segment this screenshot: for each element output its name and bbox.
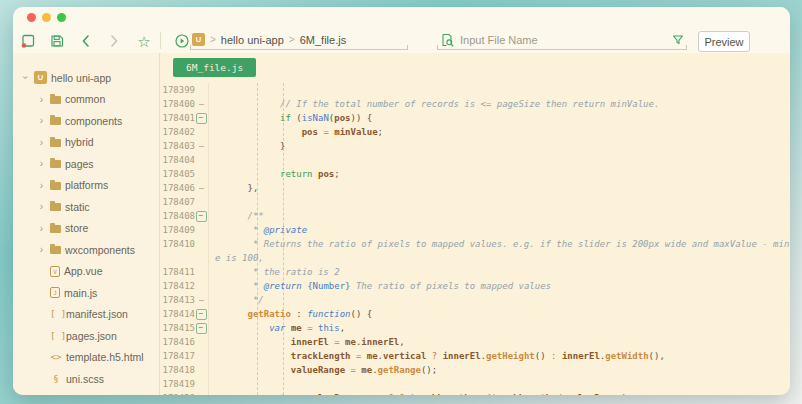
fold-end-tick: [199, 300, 204, 301]
gutter-mark: [195, 167, 207, 181]
breadcrumb-separator: >: [210, 34, 216, 45]
sidebar-item-components[interactable]: ›components: [13, 110, 159, 132]
sidebar-item-label: store: [65, 222, 88, 234]
code-line[interactable]: 178420 return valueRange === 0 ? trackLe…: [161, 391, 790, 395]
sidebar-item-wxcomponents[interactable]: ›wxcomponents: [13, 239, 159, 261]
fold-minus-icon[interactable]: −: [196, 309, 207, 320]
editor-area: 6M_file.js 178399178400 // If the total …: [161, 53, 790, 395]
back-button[interactable]: [76, 31, 96, 51]
line-number: 178410: [161, 237, 195, 251]
sidebar-item-uni-scss[interactable]: §uni.scss: [13, 368, 159, 390]
code-line[interactable]: 178407: [161, 195, 790, 209]
code-line[interactable]: e is 100,: [161, 251, 790, 265]
sidebar-item-app-vue[interactable]: VApp.vue: [13, 261, 159, 283]
code-line[interactable]: 178406 },: [161, 181, 790, 195]
fold-minus-icon[interactable]: −: [196, 323, 207, 334]
chevron-right-icon[interactable]: ›: [37, 223, 46, 234]
folder-icon: [50, 225, 61, 233]
preview-button[interactable]: Preview: [698, 31, 750, 52]
sidebar-item-hello-uni-app[interactable]: ›Uhello uni-app: [13, 67, 159, 89]
chevron-right-icon[interactable]: ›: [37, 201, 46, 212]
line-number: 178401: [161, 111, 195, 125]
code-line[interactable]: 178399: [161, 83, 790, 97]
breadcrumb[interactable]: U > hello uni-app > 6M_file.js: [190, 30, 408, 50]
filter-funnel-icon[interactable]: [672, 34, 684, 46]
chevron-right-icon[interactable]: ›: [37, 158, 46, 169]
code-line[interactable]: 178401− if (isNaN(pos)) {: [161, 111, 790, 125]
code-line[interactable]: 178402 pos = minValue;: [161, 125, 790, 139]
sidebar-item-pages-json[interactable]: [ ]pages.json: [13, 325, 159, 347]
gutter-mark: [195, 391, 207, 395]
fold-end-tick: [199, 104, 204, 105]
title-bar: [13, 7, 790, 29]
sidebar-item-main-js[interactable]: Jmain.js: [13, 282, 159, 304]
code-line[interactable]: 178411 * the ratio is 2: [161, 265, 790, 279]
project-sidebar: ›Uhello uni-app›common›components›hybrid…: [13, 53, 160, 395]
breadcrumb-file[interactable]: 6M_file.js: [300, 34, 346, 46]
save-button[interactable]: [47, 31, 67, 51]
run-icon: [174, 33, 190, 49]
line-number: 178416: [161, 335, 195, 349]
gutter-mark: [195, 181, 207, 195]
code-text: if (isNaN(pos)) {: [208, 111, 372, 125]
code-line[interactable]: 178419: [161, 377, 790, 391]
tab-6m-file-js[interactable]: 6M_file.js: [173, 58, 256, 77]
sidebar-item-common[interactable]: ›common: [13, 89, 159, 111]
fold-end-tick: [199, 146, 204, 147]
code-line[interactable]: 178408− /**: [161, 209, 790, 223]
code-line[interactable]: 178413 */: [161, 293, 790, 307]
gutter-mark: −: [195, 307, 207, 321]
code-line[interactable]: 178400 // If the total number of records…: [161, 97, 790, 111]
code-line[interactable]: 178405 return pos;: [161, 167, 790, 181]
run-button[interactable]: [172, 31, 192, 51]
indent-guide: [257, 83, 258, 395]
gutter: 178402: [161, 125, 208, 139]
window-controls: [27, 13, 66, 22]
chevron-down-icon[interactable]: ›: [20, 73, 31, 82]
indent-guide: [283, 83, 284, 395]
code-line[interactable]: 178410 * Returns the ratio of pixels to …: [161, 237, 790, 251]
sidebar-item-manifest-json[interactable]: [ ]manifest.json: [13, 304, 159, 326]
chevron-right-icon[interactable]: ›: [37, 180, 46, 191]
code-line[interactable]: 178416 innerEl = me.innerEl,: [161, 335, 790, 349]
chevron-right-icon[interactable]: ›: [37, 137, 46, 148]
zoom-button[interactable]: [57, 13, 66, 22]
sidebar-item-template-h5-html[interactable]: <>template.h5.html: [13, 347, 159, 369]
gutter: 178409: [161, 223, 208, 237]
file-search-input[interactable]: Input File Name: [437, 30, 687, 50]
code-line[interactable]: 178404: [161, 153, 790, 167]
gutter-mark: [195, 83, 207, 97]
chevron-right-icon[interactable]: ›: [37, 244, 46, 255]
vue-file-icon: V: [50, 266, 60, 277]
code-line[interactable]: 178403 }: [161, 139, 790, 153]
sidebar-item-static[interactable]: ›static: [13, 196, 159, 218]
sidebar-item-pages[interactable]: ›pages: [13, 153, 159, 175]
uniapp-logo-icon: U: [192, 33, 205, 46]
fold-minus-icon[interactable]: −: [196, 211, 207, 222]
chevron-right-icon[interactable]: ›: [37, 115, 46, 126]
code-line[interactable]: 178418 valueRange = me.getRange();: [161, 363, 790, 377]
code-text: * @return {Number} The ratio of pixels t…: [208, 279, 551, 293]
code-area[interactable]: 178399178400 // If the total number of r…: [161, 83, 790, 395]
forward-button[interactable]: [104, 31, 124, 51]
favorite-button[interactable]: ☆: [134, 31, 154, 51]
minimize-button[interactable]: [42, 13, 51, 22]
code-line[interactable]: 178409 * @private: [161, 223, 790, 237]
gutter: 178415−: [161, 321, 208, 335]
breadcrumb-project[interactable]: hello uni-app: [221, 34, 284, 46]
sidebar-item-platforms[interactable]: ›platforms: [13, 175, 159, 197]
code-line[interactable]: 178412 * @return {Number} The ratio of p…: [161, 279, 790, 293]
gutter-mark: [195, 279, 207, 293]
sidebar-item-hybrid[interactable]: ›hybrid: [13, 132, 159, 154]
new-project-button[interactable]: [18, 31, 38, 51]
close-button[interactable]: [27, 13, 36, 22]
code-line[interactable]: 178415− var me = this,: [161, 321, 790, 335]
gutter: 178420: [161, 391, 208, 395]
gutter: 178406: [161, 181, 208, 195]
sidebar-item-store[interactable]: ›store: [13, 218, 159, 240]
code-line[interactable]: 178417 trackLength = me.vertical ? inner…: [161, 349, 790, 363]
fold-minus-icon[interactable]: −: [196, 113, 207, 124]
chevron-right-icon[interactable]: ›: [37, 94, 46, 105]
gutter: 178414−: [161, 307, 208, 321]
code-line[interactable]: 178414− getRatio : function() {: [161, 307, 790, 321]
